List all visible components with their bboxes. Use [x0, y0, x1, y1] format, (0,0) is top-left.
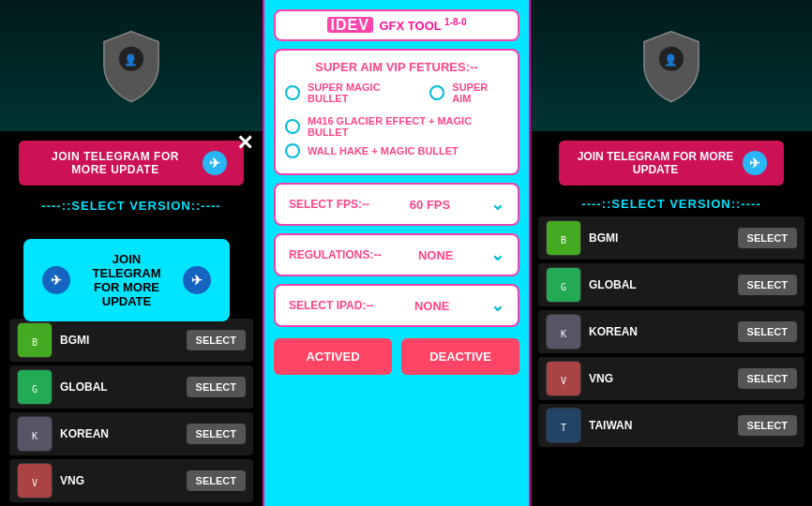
regulations-label: REGULATIONS:-- [289, 248, 381, 261]
radio-label-glacier: M416 GLACIER EFFECT + MAGIC BULLET [308, 115, 508, 138]
fps-value: 60 FPS [410, 198, 450, 212]
game-name-korean-right: KOREAN [589, 325, 730, 338]
actived-button[interactable]: ACTIVED [274, 338, 392, 375]
select-btn-vng-left[interactable]: SELECT [187, 470, 246, 491]
regulations-dropdown[interactable]: REGULATIONS:-- NONE ⌄ [274, 233, 519, 276]
radio-label-super-aim: SUPER AIM [452, 82, 508, 104]
select-btn-vng-right[interactable]: SELECT [738, 368, 797, 389]
close-button[interactable]: ✕ [236, 131, 253, 156]
ipad-label: SELECT IPAD:-- [289, 299, 373, 312]
game-name-bgmi-right: BGMI [589, 231, 730, 245]
game-avatar-vng-left: V [17, 463, 53, 499]
feature-box: SUPER AIM VIP FETURES:-- SUPER MAGIC BUL… [274, 49, 519, 175]
svg-text:V: V [32, 478, 38, 488]
fps-label: SELECT FPS:-- [289, 198, 369, 211]
deactive-button[interactable]: DEACTIVE [401, 338, 519, 375]
floating-tooltip-text: JOIN TELEGRAM FOR MORE UPDATE [80, 252, 173, 308]
radio-super-aim[interactable] [429, 85, 444, 100]
game-item-global-left: G GLOBAL SELECT [9, 365, 253, 409]
select-btn-bgmi-right[interactable]: SELECT [738, 228, 797, 248]
select-version-left: ----::SELECT VERSION::---- [41, 199, 220, 213]
svg-text:G: G [32, 384, 38, 394]
telegram-button-right[interactable]: JOIN TELEGRAM FOR MORE UPDATE ✈ [559, 141, 784, 186]
regulations-chevron-icon: ⌄ [490, 245, 504, 265]
svg-text:K: K [561, 329, 566, 339]
right-game-list: B BGMI SELECT G GLOBAL SELECT K KOREAN S… [531, 216, 812, 451]
left-game-list: B BGMI SELECT G GLOBAL SELECT K KOREAN S… [0, 319, 263, 506]
radio-row-super-aim: SUPER AIM [429, 82, 508, 104]
svg-text:👤: 👤 [665, 53, 679, 67]
game-item-vng-right: V VNG SELECT [538, 357, 804, 400]
radio-row-magic-bullet: SUPER MAGIC BULLET [285, 82, 422, 104]
svg-text:K: K [32, 431, 38, 441]
ipad-value: NONE [414, 299, 450, 313]
radio-row-wallhake: WALL HAKE + MAGIC BULLET [285, 143, 508, 158]
fps-dropdown[interactable]: SELECT FPS:-- 60 FPS ⌄ [274, 183, 519, 226]
telegram-icon-right: ✈ [743, 151, 767, 175]
game-avatar-vng-right: V [546, 361, 581, 396]
game-item-korean-left: K KOREAN SELECT [9, 412, 253, 455]
action-buttons: ACTIVED DEACTIVE [274, 338, 519, 375]
game-item-korean-right: K KOREAN SELECT [538, 310, 804, 353]
svg-text:👤: 👤 [125, 53, 139, 67]
middle-title-box: IDEV GFX TOOL 1-8-0 [274, 9, 519, 41]
game-name-global-right: GLOBAL [589, 278, 730, 291]
radio-label-wallhake: WALL HAKE + MAGIC BULLET [308, 145, 459, 156]
ipad-chevron-icon: ⌄ [490, 295, 504, 316]
game-name-vng-left: VNG [60, 474, 179, 487]
game-name-korean-left: KOREAN [60, 427, 179, 440]
ipad-dropdown[interactable]: SELECT IPAD:-- NONE ⌄ [274, 284, 519, 327]
telegram-button-left[interactable]: JOIN TELEGRAM FOR MORE UPDATE ✈ [19, 141, 244, 186]
svg-text:G: G [561, 282, 566, 292]
left-panel: 👤 JOIN TELEGRAM FOR MORE UPDATE ✈ ----::… [0, 0, 263, 506]
middle-panel: IDEV GFX TOOL 1-8-0 SUPER AIM VIP FETURE… [263, 0, 531, 506]
game-item-global-right: G GLOBAL SELECT [538, 263, 804, 306]
select-btn-taiwan-right[interactable]: SELECT [738, 415, 797, 436]
select-btn-korean-right[interactable]: SELECT [738, 321, 797, 342]
game-item-bgmi-left: B BGMI SELECT [9, 319, 253, 362]
select-btn-bgmi-left[interactable]: SELECT [187, 330, 246, 350]
game-name-bgmi-left: BGMI [60, 334, 179, 347]
game-avatar-taiwan-right: T [546, 408, 581, 443]
idev-label: IDEV [327, 17, 373, 33]
tg-icon-tooltip-right: ✈ [183, 266, 211, 294]
radio-label-magic-bullet: SUPER MAGIC BULLET [308, 82, 422, 104]
game-avatar-korean-right: K [546, 314, 581, 350]
gfx-label: GFX TOOL 1-8-0 [376, 19, 467, 33]
select-btn-korean-left[interactable]: SELECT [187, 424, 246, 444]
telegram-btn-left-label: JOIN TELEGRAM FOR MORE UPDATE [36, 150, 195, 176]
select-version-right: ----::SELECT VERSION::---- [581, 197, 760, 211]
radio-magic-bullet[interactable] [285, 85, 300, 100]
floating-tooltip: ✈ JOIN TELEGRAM FOR MORE UPDATE ✈ [23, 239, 230, 321]
game-avatar-korean-left: K [17, 416, 53, 452]
game-name-taiwan-right: TAIWAN [589, 419, 730, 432]
fps-chevron-icon: ⌄ [490, 194, 504, 215]
regulations-value: NONE [418, 248, 454, 262]
radio-wallhake[interactable] [285, 143, 300, 158]
svg-text:B: B [32, 337, 38, 348]
svg-text:V: V [561, 376, 566, 386]
shield-icon-left: 👤 [94, 28, 169, 103]
game-item-bgmi-right: B BGMI SELECT [538, 216, 804, 260]
telegram-btn-right-label: JOIN TELEGRAM FOR MORE UPDATE [576, 150, 735, 176]
radio-row-glacier: M416 GLACIER EFFECT + MAGIC BULLET [285, 115, 508, 138]
game-name-vng-right: VNG [589, 372, 730, 385]
select-btn-global-left[interactable]: SELECT [187, 377, 246, 397]
radio-glacier[interactable] [285, 119, 300, 134]
game-avatar-bgmi-right: B [546, 220, 581, 256]
svg-text:B: B [561, 235, 566, 246]
tg-icon-tooltip-left: ✈ [42, 266, 70, 294]
svg-text:T: T [561, 423, 566, 433]
game-avatar-bgmi-left: B [17, 322, 53, 358]
right-top-banner: 👤 [531, 0, 812, 131]
right-panel: 👤 JOIN TELEGRAM FOR MORE UPDATE ✈ ----::… [531, 0, 812, 506]
left-top-banner: 👤 [0, 0, 263, 131]
game-item-taiwan-right: T TAIWAN SELECT [538, 404, 804, 447]
shield-icon-right: 👤 [634, 28, 709, 103]
select-btn-global-right[interactable]: SELECT [738, 275, 797, 295]
game-name-global-left: GLOBAL [60, 380, 179, 394]
telegram-icon-left: ✈ [203, 151, 227, 175]
game-avatar-global-left: G [17, 369, 53, 405]
game-avatar-global-right: G [546, 267, 581, 303]
features-title: SUPER AIM VIP FETURES:-- [285, 60, 508, 74]
